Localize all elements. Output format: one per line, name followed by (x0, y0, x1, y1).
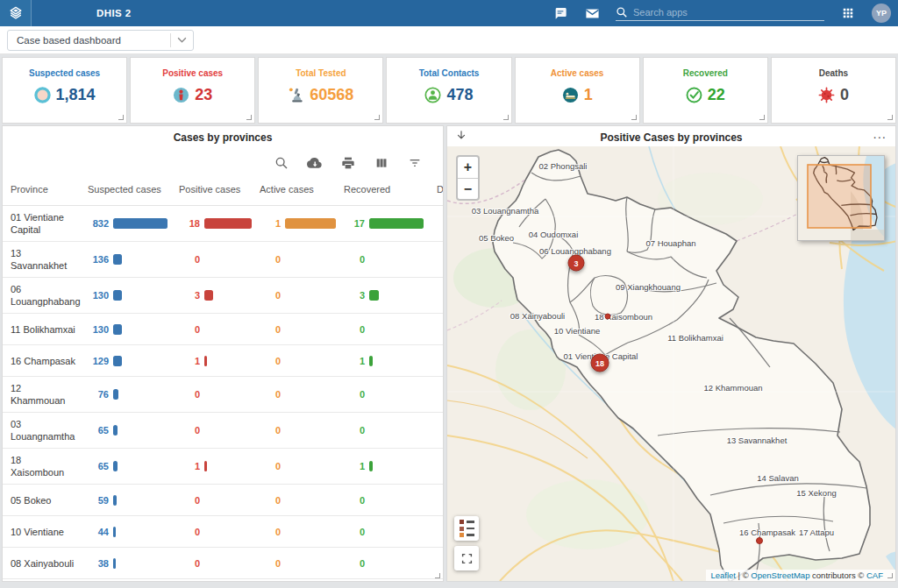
active-cell: 0 (252, 521, 336, 542)
zoom-in-button[interactable]: + (458, 157, 478, 178)
table-row[interactable]: 11 Bolikhamxai 130 0 0 0 0 (3, 314, 444, 345)
dhis2-logo[interactable] (0, 0, 32, 26)
microscope-icon (288, 87, 304, 103)
province-cell: 11 Bolikhamxai (3, 318, 80, 341)
active-cell: 0 (252, 456, 336, 477)
table-row[interactable]: 03 Louangnamtha 65 0 0 0 0 (3, 413, 444, 449)
card-active-cases[interactable]: Active cases 1 (515, 57, 640, 124)
column-header[interactable]: Province (3, 184, 80, 195)
recovered-cell: 0 (336, 490, 429, 511)
resize-handle[interactable] (887, 573, 893, 578)
card-deaths[interactable]: Deaths 0 (771, 57, 896, 124)
column-header[interactable]: Recovered (336, 184, 429, 195)
recovered-cell: 0 (336, 521, 429, 542)
card-value: 1,814 (56, 86, 96, 104)
active-cell: 0 (252, 285, 336, 306)
card-suspected-cases[interactable]: Suspected cases 1,814 (2, 57, 127, 124)
table-search-icon[interactable] (274, 155, 289, 170)
resize-handle[interactable] (118, 115, 124, 120)
suspected-cell: 44 (80, 521, 171, 542)
caf-link[interactable]: CAF (866, 570, 883, 580)
dashboard-bar: Case based dashboard (0, 26, 898, 54)
table-row[interactable]: 16 Champasak 129 1 0 1 0 (3, 345, 444, 377)
card-positive-cases[interactable]: Positive cases 23 (130, 57, 255, 124)
resize-handle[interactable] (503, 115, 509, 120)
map-canvas[interactable]: + − (447, 146, 895, 581)
deaths-cell: 0 (429, 490, 444, 511)
print-icon[interactable] (340, 155, 355, 170)
card-value: 60568 (310, 86, 353, 104)
suspected-cell: 130 (80, 319, 171, 340)
card-total-tested[interactable]: Total Tested 60568 (258, 57, 383, 124)
filter-icon[interactable] (407, 155, 422, 170)
download-cloud-icon[interactable] (307, 155, 322, 170)
column-header[interactable]: Deaths (429, 184, 444, 195)
dashboard-select[interactable]: Case based dashboard (7, 30, 194, 51)
table-row[interactable]: 06 Louangphabang 130 3 0 3 0 (3, 278, 444, 314)
avatar[interactable]: YP (872, 4, 891, 23)
table-row[interactable]: 10 Vientiane 44 0 0 0 0 (3, 516, 444, 548)
column-header[interactable]: Active cases (252, 184, 336, 195)
fullscreen-button[interactable] (454, 546, 479, 570)
province-cell: 13 Savannakhet (3, 242, 80, 277)
recovered-cell: 0 (336, 384, 429, 405)
card-value: 478 (446, 86, 473, 104)
province-cell: 06 Louangphabang (3, 278, 80, 313)
fullscreen-icon (461, 553, 473, 564)
map-panel: Positive Cases by provinces ... (446, 125, 896, 582)
case-dot-marker[interactable] (756, 537, 763, 544)
download-arrow-icon[interactable] (455, 130, 467, 145)
recovered-cell: 0 (336, 319, 429, 340)
table-row[interactable]: 08 Xainyabouli 38 0 0 0 0 (3, 548, 444, 579)
card-title: Total Contacts (419, 68, 480, 78)
province-cell: 08 Xainyabouli (3, 552, 80, 575)
legend-button[interactable] (454, 516, 479, 541)
table-row[interactable]: 12 Khammouan 76 0 0 0 0 (3, 377, 444, 413)
province-cell: 18 Xaisomboun (3, 449, 80, 484)
mail-icon[interactable] (584, 5, 600, 21)
table-row[interactable]: 05 Bokeo 59 0 0 0 0 (3, 485, 444, 516)
deaths-cell: 0 (429, 319, 444, 340)
suspected-cell: 832 (80, 213, 171, 234)
table-row[interactable]: 13 Savannakhet 136 0 0 0 0 (3, 242, 444, 278)
app-title: DHIS 2 (96, 8, 131, 18)
overview-inset-map[interactable] (797, 155, 885, 241)
card-title: Recovered (683, 68, 728, 78)
resize-handle[interactable] (631, 115, 637, 120)
resize-handle[interactable] (435, 573, 440, 578)
case-cluster-marker[interactable]: 18 (591, 354, 609, 372)
positive-cell: 0 (171, 319, 252, 340)
card-value: 23 (195, 86, 212, 104)
table-toolbar (3, 144, 443, 175)
card-title: Active cases (551, 68, 604, 78)
recovered-cell: 0 (336, 249, 429, 270)
case-cluster-marker[interactable]: 3 (568, 255, 585, 272)
leaflet-link[interactable]: Leaflet (710, 570, 736, 580)
resize-handle[interactable] (374, 115, 380, 120)
table-row[interactable]: 18 Xaisomboun 65 1 0 1 0 (3, 449, 444, 485)
view-columns-icon[interactable] (374, 155, 388, 170)
deaths-cell: 0 (429, 384, 444, 405)
zoom-out-button[interactable]: − (458, 178, 478, 199)
case-dot-marker[interactable] (605, 314, 611, 320)
province-cell: 12 Khammouan (3, 377, 80, 412)
province-cell: 16 Champasak (3, 350, 80, 372)
more-options-icon[interactable]: ... (873, 126, 887, 141)
card-recovered[interactable]: Recovered 22 (643, 57, 768, 124)
apps-grid-icon[interactable] (840, 5, 856, 21)
card-total-contacts[interactable]: Total Contacts 478 (386, 57, 511, 124)
column-header[interactable]: Suspected cases (80, 184, 171, 195)
resize-handle[interactable] (887, 115, 893, 120)
resize-handle[interactable] (759, 115, 765, 120)
table-row[interactable]: 01 Vientiane Capital 832 18 1 17 0 (3, 206, 444, 242)
table-header-row: Province Suspected cases Positive cases … (3, 175, 444, 206)
column-header[interactable]: Positive cases (171, 184, 252, 195)
messages-icon[interactable] (552, 5, 568, 21)
suspected-cell: 65 (80, 456, 171, 477)
top-navbar: DHIS 2 YP (0, 0, 898, 26)
search-input[interactable] (633, 7, 809, 18)
resize-handle[interactable] (246, 115, 252, 120)
active-cell: 0 (252, 249, 336, 270)
osm-link[interactable]: OpenStreetMap (751, 570, 809, 580)
hospital-bed-icon (562, 87, 579, 103)
